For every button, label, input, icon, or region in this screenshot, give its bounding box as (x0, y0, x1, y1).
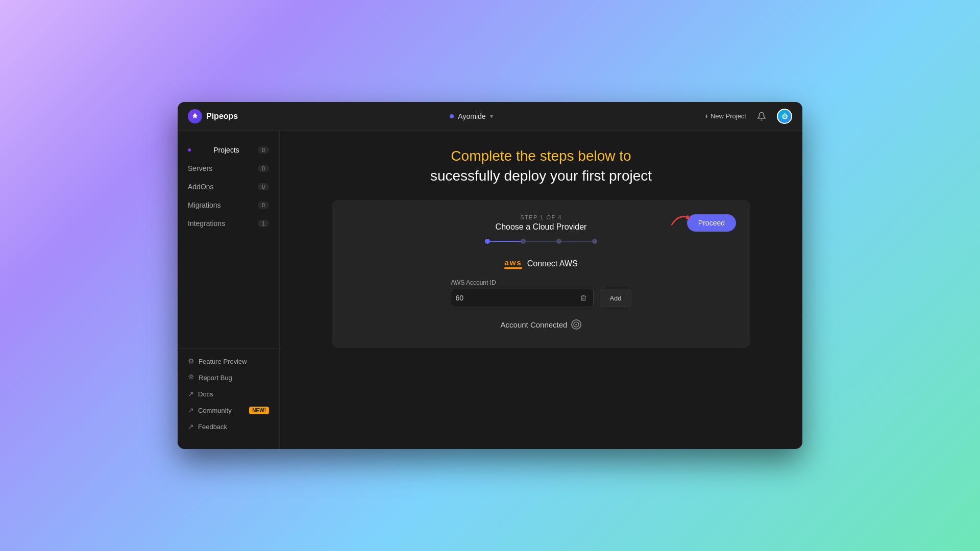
header: Pipeops Ayomide ▾ + New Project (178, 102, 802, 131)
feature-preview-label: Feature Preview (199, 358, 247, 365)
sidebar-item-label: AddOns (188, 183, 214, 191)
account-connected-label: Account Connected (501, 320, 568, 329)
connect-aws-label: Connect AWS (527, 259, 578, 268)
steps-card: Proceed STEP 1 OF 4 Choose a Cloud Provi… (332, 200, 750, 348)
progress-dot-1 (485, 239, 490, 244)
aws-logo-bar (504, 267, 522, 269)
page-heading: Complete the steps below to sucessfully … (430, 146, 652, 186)
account-id-input[interactable] (455, 294, 578, 302)
aws-logo-row: aws Connect AWS (350, 258, 732, 269)
progress-dot-3 (556, 239, 561, 244)
workspace-name: Ayomide (458, 112, 485, 120)
progress-line-1 (490, 241, 521, 242)
feedback-item[interactable]: ↗ Feedback (178, 418, 279, 435)
new-badge: NEW! (249, 407, 269, 414)
community-item[interactable]: ↗ Community NEW! (178, 402, 279, 418)
heading-line1: Complete the steps below to (451, 148, 631, 164)
docs-item[interactable]: ↗ Docs (178, 386, 279, 402)
feature-preview-item[interactable]: ⚙ Feature Preview (178, 353, 279, 369)
sidebar: Projects 0 Servers 0 AddOns 0 Migrations… (178, 131, 280, 449)
sidebar-item-integrations[interactable]: Integrations 1 (178, 214, 279, 233)
avatar[interactable]: ⏻ (777, 109, 792, 124)
aws-logo: aws (504, 258, 522, 269)
report-bug-label: Report Bug (199, 374, 232, 382)
sidebar-item-label: Servers (188, 164, 212, 172)
community-label: Community (198, 407, 232, 414)
community-external-icon: ↗ (188, 406, 194, 414)
account-id-input-wrapper (451, 289, 594, 307)
account-id-label: AWS Account ID (451, 279, 594, 286)
sidebar-item-projects[interactable]: Projects 0 (178, 141, 279, 159)
sidebar-nav: Projects 0 Servers 0 AddOns 0 Migrations… (178, 141, 279, 343)
main-content: Complete the steps below to sucessfully … (280, 131, 802, 449)
sidebar-item-addons[interactable]: AddOns 0 (178, 178, 279, 196)
servers-badge: 0 (258, 165, 269, 172)
input-row: AWS Account ID Add (350, 279, 732, 307)
docs-label: Docs (198, 390, 213, 398)
sidebar-item-label: Projects (213, 146, 239, 154)
feedback-label: Feedback (198, 423, 227, 431)
integrations-badge: 1 (258, 220, 269, 227)
sidebar-item-label: Integrations (188, 219, 225, 228)
aws-text: aws (504, 258, 522, 267)
connect-aws-section: aws Connect AWS AWS Account ID (350, 258, 732, 330)
sidebar-item-servers[interactable]: Servers 0 (178, 159, 279, 178)
external-link-icon: ↗ (188, 390, 194, 398)
account-id-group: AWS Account ID (451, 279, 594, 307)
gear-icon: ⚙ (188, 357, 194, 365)
arrow-decoration (670, 209, 695, 230)
progress-dot-4 (592, 239, 597, 244)
logo-icon (188, 109, 202, 123)
feedback-icon: ↗ (188, 422, 194, 431)
logo-area: Pipeops (188, 109, 238, 123)
sidebar-item-migrations[interactable]: Migrations 0 (178, 196, 279, 214)
addons-badge: 0 (258, 183, 269, 190)
header-right: + New Project ⏻ (705, 109, 792, 124)
add-button[interactable]: Add (600, 289, 631, 307)
chevron-down-icon: ▾ (490, 113, 493, 120)
report-bug-item[interactable]: Report Bug (178, 369, 279, 386)
svg-point-1 (190, 375, 192, 378)
progress-line-2 (526, 241, 556, 242)
header-center: Ayomide ▾ (238, 109, 704, 123)
app-window: Pipeops Ayomide ▾ + New Project (178, 102, 802, 449)
clear-input-button[interactable] (578, 293, 589, 303)
projects-badge: 0 (258, 146, 269, 154)
account-connected-status: Account Connected (350, 319, 732, 330)
workspace-selector[interactable]: Ayomide ▾ (444, 109, 499, 123)
main-layout: Projects 0 Servers 0 AddOns 0 Migrations… (178, 131, 802, 449)
sidebar-utilities: ⚙ Feature Preview Report Bug ↗ Docs ↗ Co… (178, 348, 279, 439)
progress-dot-2 (521, 239, 526, 244)
bug-icon (188, 373, 194, 382)
heading-line2: sucessfully deploy your first project (430, 168, 652, 184)
sidebar-item-label: Migrations (188, 201, 221, 209)
check-circle-icon (571, 319, 581, 330)
workspace-status-dot (450, 114, 454, 118)
new-project-button[interactable]: + New Project (705, 112, 746, 120)
progress-line-3 (561, 241, 592, 242)
notification-bell-icon[interactable] (754, 109, 769, 123)
migrations-badge: 0 (258, 202, 269, 209)
app-title: Pipeops (206, 112, 238, 121)
progress-track (485, 239, 597, 244)
